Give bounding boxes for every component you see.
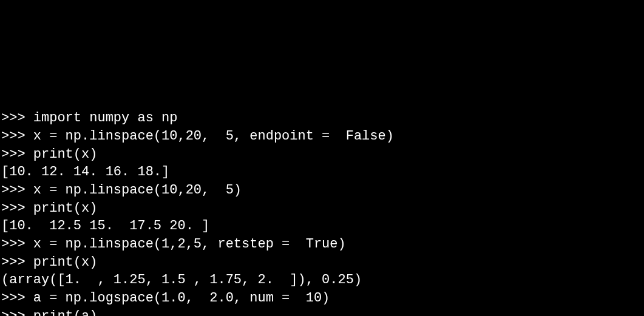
input-text: print(x): [33, 201, 98, 216]
prompt: >>>: [1, 183, 33, 198]
terminal-line-0: >>> import numpy as np: [1, 109, 643, 127]
output-text: [10. 12.5 15. 17.5 20. ]: [1, 218, 209, 234]
input-text: x = np.linspace(10,20, 5, endpoint = Fal…: [33, 129, 394, 144]
prompt: >>>: [1, 201, 33, 216]
terminal-line-6: [10. 12.5 15. 17.5 20. ]: [1, 217, 643, 235]
input-text: a = np.logspace(1.0, 2.0, num = 10): [33, 291, 330, 306]
terminal-line-7: >>> x = np.linspace(1,2,5, retstep = Tru…: [1, 235, 643, 254]
output-text: [10. 12. 14. 16. 18.]: [1, 164, 169, 180]
input-text: print(x): [33, 255, 98, 270]
prompt: >>>: [1, 129, 33, 144]
terminal-line-2: >>> print(x): [1, 146, 643, 164]
terminal-line-4: >>> x = np.linspace(10,20, 5): [1, 181, 643, 200]
terminal-content: >>> import numpy as np>>> x = np.linspac…: [1, 109, 643, 316]
python-terminal[interactable]: >>> import numpy as np>>> x = np.linspac…: [1, 73, 643, 316]
terminal-line-8: >>> print(x): [1, 254, 643, 272]
prompt: >>>: [1, 291, 33, 306]
terminal-line-11: >>> print(a): [1, 308, 643, 316]
prompt: >>>: [1, 237, 33, 252]
input-text: x = np.linspace(10,20, 5): [33, 183, 242, 198]
prompt: >>>: [1, 309, 33, 316]
terminal-line-1: >>> x = np.linspace(10,20, 5, endpoint =…: [1, 127, 643, 146]
input-text: import numpy as np: [33, 110, 178, 126]
output-text: (array([1. , 1.25, 1.5 , 1.75, 2. ]), 0.…: [1, 272, 362, 287]
input-text: x = np.linspace(1,2,5, retstep = True): [33, 237, 346, 252]
prompt: >>>: [1, 255, 33, 270]
prompt: >>>: [1, 147, 33, 162]
terminal-line-5: >>> print(x): [1, 200, 643, 218]
terminal-line-10: >>> a = np.logspace(1.0, 2.0, num = 10): [1, 289, 643, 308]
terminal-line-3: [10. 12. 14. 16. 18.]: [1, 163, 643, 181]
input-text: print(x): [33, 147, 98, 162]
terminal-line-9: (array([1. , 1.25, 1.5 , 1.75, 2. ]), 0.…: [1, 271, 643, 289]
prompt: >>>: [1, 110, 33, 126]
input-text: print(a): [33, 309, 98, 316]
